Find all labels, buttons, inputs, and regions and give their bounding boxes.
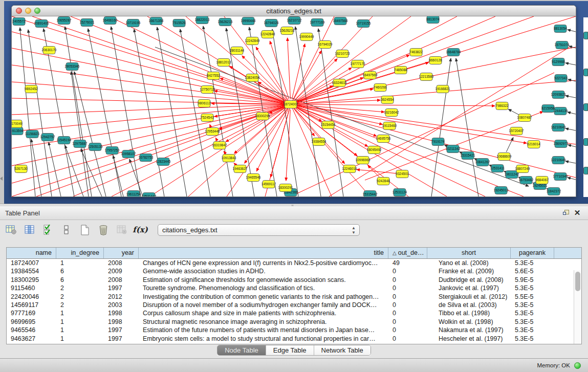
- graph-node[interactable]: 32975887: [73, 140, 88, 148]
- row-select-icon[interactable]: [42, 224, 54, 236]
- tab-node-table[interactable]: Node Table: [217, 345, 266, 355]
- graph-node[interactable]: 12444139: [553, 107, 568, 115]
- column-visibility-icon[interactable]: [24, 224, 36, 236]
- graph-node[interactable]: 16210723: [335, 50, 350, 58]
- graph-node[interactable]: 19245013: [494, 187, 509, 194]
- graph-node[interactable]: 16466160: [103, 17, 118, 25]
- graph-node[interactable]: 12953448: [205, 128, 220, 136]
- graph-node[interactable]: 12531124: [393, 189, 407, 196]
- graph-edge[interactable]: [36, 104, 291, 196]
- graph-node[interactable]: 16794029: [318, 41, 333, 49]
- graph-node[interactable]: 19463627: [233, 165, 248, 173]
- graph-node[interactable]: 3913594: [12, 127, 24, 135]
- column-header-year[interactable]: year: [104, 248, 139, 258]
- graph-node[interactable]: 15276021: [80, 19, 95, 27]
- graph-node[interactable]: 10958107: [121, 150, 136, 158]
- graph-node[interactable]: 9324501: [396, 170, 409, 178]
- graph-node[interactable]: 16210722: [287, 17, 302, 25]
- column-header-short[interactable]: short: [427, 248, 511, 258]
- graph-edge[interactable]: [568, 178, 576, 180]
- graph-node[interactable]: 17957253: [105, 147, 120, 155]
- table-row[interactable]: 969969511998Structural magnetic resonanc…: [7, 318, 581, 326]
- graph-node[interactable]: 19777170: [351, 60, 365, 68]
- graph-node[interactable]: 16216042: [384, 109, 399, 117]
- graph-edge[interactable]: [157, 27, 187, 196]
- graph-node[interactable]: 7460266: [374, 84, 387, 92]
- graph-edge[interactable]: [32, 16, 291, 104]
- graph-node[interactable]: 10211342: [446, 145, 461, 153]
- table-row[interactable]: 946554611997Estimation of the future num…: [7, 326, 581, 334]
- graph-node[interactable]: 15315442: [363, 191, 378, 197]
- column-header-in_degree[interactable]: in_degree: [56, 248, 104, 258]
- table-row[interactable]: 1830029562008Estimation of significance …: [7, 276, 581, 284]
- graph-node[interactable]: 19166821: [435, 85, 450, 93]
- graph-edge[interactable]: [214, 91, 286, 103]
- close-panel-button[interactable]: ✕: [572, 208, 583, 217]
- graph-node[interactable]: 19115460: [382, 122, 397, 130]
- graph-edge[interactable]: [565, 161, 576, 163]
- column-header-title[interactable]: title: [139, 248, 388, 258]
- table-row[interactable]: 1872400712008Changes of HCN gene express…: [7, 259, 581, 267]
- graph-node[interactable]: 9892452: [25, 85, 38, 93]
- graph-node[interactable]: 12942757: [40, 134, 55, 141]
- graph-node[interactable]: 18724007: [284, 101, 298, 108]
- graph-node[interactable]: 15692971: [554, 140, 569, 148]
- graph-node[interactable]: 18300295: [255, 113, 270, 120]
- graph-node[interactable]: 15751074: [555, 41, 570, 49]
- graph-node[interactable]: 8660128: [429, 57, 442, 64]
- graph-node[interactable]: 17710349: [553, 173, 568, 181]
- graph-edge[interactable]: [296, 62, 429, 103]
- graph-node[interactable]: 20630170: [42, 47, 57, 54]
- graph-node[interactable]: 19611254: [126, 191, 141, 197]
- graph-node[interactable]: 18822013: [195, 16, 210, 24]
- graph-node[interactable]: 12246016: [342, 165, 357, 173]
- graph-node[interactable]: 15720407: [509, 127, 524, 135]
- graph-node[interactable]: 12531411: [490, 165, 505, 172]
- graph-edge[interactable]: [296, 104, 495, 106]
- graph-node[interactable]: 13824054: [245, 74, 260, 82]
- graph-node[interactable]: 10688609: [497, 153, 512, 161]
- graph-node[interactable]: 10807487: [517, 114, 532, 122]
- graph-edge[interactable]: [288, 38, 291, 99]
- graph-node[interactable]: 3624554: [381, 96, 394, 104]
- network-canvas[interactable]: 2405572208914061065528715276021164661601…: [12, 16, 576, 196]
- network-window-titlebar[interactable]: citations_edges.txt: [12, 6, 576, 16]
- graph-edge[interactable]: [65, 145, 83, 196]
- graph-node[interactable]: 19465546: [246, 174, 261, 182]
- graph-edge[interactable]: [88, 29, 121, 196]
- column-header-pagerank[interactable]: pagerank: [511, 248, 554, 258]
- graph-node[interactable]: 12210649: [551, 157, 566, 164]
- graph-node[interactable]: 16782753: [139, 154, 154, 162]
- graph-node[interactable]: 12213580: [419, 73, 434, 81]
- graph-node[interactable]: 8813054: [554, 25, 567, 33]
- table-row[interactable]: 946362711997Embryonic stem cells: a mode…: [7, 335, 581, 343]
- graph-node[interactable]: 5267130: [14, 165, 28, 173]
- graph-node[interactable]: 12093823: [551, 91, 566, 99]
- graph-node[interactable]: 10719195: [126, 19, 141, 27]
- scrollbar-thumb[interactable]: [575, 272, 580, 291]
- graph-node[interactable]: 11842372: [547, 188, 561, 195]
- graph-node[interactable]: 15315421: [461, 152, 475, 160]
- graph-node[interactable]: 7485088: [394, 67, 407, 74]
- memory-status-indicator[interactable]: [574, 362, 581, 369]
- graph-node[interactable]: 18812013: [216, 59, 231, 67]
- close-window-button[interactable]: [16, 8, 22, 14]
- function-builder-icon[interactable]: f(x): [134, 224, 146, 236]
- graph-node[interactable]: 2405572: [12, 18, 26, 26]
- delete-table-icon[interactable]: [97, 224, 110, 236]
- graph-node[interactable]: 10913843: [222, 155, 236, 162]
- graph-edge[interactable]: [215, 138, 217, 141]
- graph-edge[interactable]: [71, 72, 89, 196]
- minimize-window-button[interactable]: [25, 8, 31, 14]
- graph-edge[interactable]: [12, 16, 291, 104]
- graph-node[interactable]: 11545194: [57, 137, 72, 144]
- graph-node[interactable]: 8813074: [426, 16, 440, 24]
- graph-edge[interactable]: [65, 27, 92, 196]
- table-settings-icon[interactable]: [5, 224, 17, 236]
- graph-edge[interactable]: [294, 59, 337, 101]
- graph-node[interactable]: 28031144: [230, 47, 245, 55]
- graph-node[interactable]: 9684067: [535, 177, 549, 184]
- graph-node[interactable]: 4170049: [12, 120, 23, 128]
- graph-edge[interactable]: [256, 47, 288, 100]
- graph-node[interactable]: 10719155: [356, 20, 371, 28]
